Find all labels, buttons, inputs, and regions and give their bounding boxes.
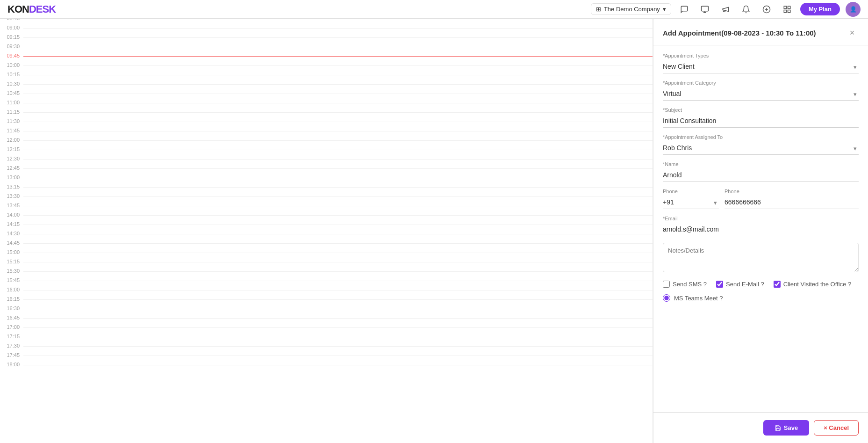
time-label: 14:45 [0, 240, 23, 246]
avatar[interactable]: 👤 [846, 2, 861, 17]
assigned-to-group: *Appointment Assigned To Rob Chris John … [663, 134, 859, 155]
save-button[interactable]: Save [763, 420, 809, 436]
navbar: KONDESK ⊞ The Demo Company ▾ My Plan 👤 [0, 0, 868, 19]
send-email-label: Send E-Mail ? [726, 281, 764, 288]
bell-icon-btn[interactable] [739, 2, 753, 17]
time-line [23, 94, 653, 94]
chevron-down-icon: ▾ [663, 6, 666, 13]
time-row: 14:00 [0, 215, 653, 225]
megaphone-icon-btn[interactable] [718, 2, 733, 17]
svg-rect-6 [784, 6, 786, 8]
time-line [23, 309, 653, 309]
send-sms-checkbox[interactable] [663, 281, 670, 288]
time-row: 13:45 [0, 206, 653, 215]
time-line [23, 271, 653, 272]
appointment-category-label: *Appointment Category [663, 80, 859, 86]
client-visited-checkbox[interactable] [774, 281, 781, 288]
time-line [23, 327, 653, 328]
timeline[interactable]: 08:4509:0009:1509:3009:4510:0010:1510:30… [0, 19, 653, 443]
client-visited-checkbox-item[interactable]: Client Visited the Office ? [774, 281, 852, 288]
name-group: *Name [663, 161, 859, 182]
email-input[interactable] [663, 223, 859, 236]
time-line [23, 225, 653, 225]
subject-input[interactable] [663, 114, 859, 128]
svg-rect-7 [788, 6, 790, 8]
time-row: 12:00 [0, 140, 653, 150]
phone-prefix-label: Phone [663, 189, 719, 194]
appt-footer: Save × Cancel [653, 412, 868, 443]
navbar-right: ⊞ The Demo Company ▾ My Plan 👤 [591, 2, 861, 17]
chat-icon-btn[interactable] [677, 2, 692, 17]
time-label: 16:30 [0, 306, 23, 311]
time-line [23, 243, 653, 244]
time-label: 10:30 [0, 81, 23, 87]
send-email-checkbox[interactable] [716, 281, 723, 288]
time-line [23, 47, 653, 47]
time-row: 15:15 [0, 262, 653, 271]
time-row: 14:15 [0, 225, 653, 234]
checkbox-row: Send SMS ? Send E-Mail ? Client Visited … [663, 281, 859, 288]
appointment-types-group: *Appointment Types New Client Existing C… [663, 53, 859, 73]
appointment-category-select[interactable]: Virtual In-Person Phone [663, 87, 859, 101]
time-label: 13:15 [0, 184, 23, 189]
cancel-button[interactable]: × Cancel [814, 420, 859, 436]
name-input[interactable] [663, 168, 859, 182]
email-label: *Email [663, 216, 859, 221]
time-row: 16:00 [0, 290, 653, 299]
time-line [23, 103, 653, 103]
close-button[interactable]: × [846, 26, 859, 39]
time-row: 13:00 [0, 178, 653, 187]
time-line [23, 262, 653, 262]
time-line [23, 84, 653, 85]
ms-teams-radio-row: MS Teams Meet ? [663, 294, 859, 302]
time-row: 09:30 [0, 47, 653, 56]
time-row: 18:00 [0, 365, 653, 374]
time-row: 12:30 [0, 159, 653, 168]
phone-number-input[interactable] [725, 196, 859, 209]
ms-teams-radio[interactable] [663, 294, 670, 302]
time-row: 13:15 [0, 187, 653, 196]
time-line [23, 168, 653, 169]
time-line [23, 112, 653, 113]
time-row: 10:30 [0, 84, 653, 94]
phone-prefix-select[interactable]: +91 +1 +44 +61 [663, 196, 719, 209]
notes-textarea[interactable] [663, 243, 859, 272]
time-line [23, 140, 653, 141]
time-line [23, 299, 653, 300]
ms-teams-label: MS Teams Meet ? [674, 295, 723, 302]
time-label: 12:15 [0, 147, 23, 152]
time-label: 15:00 [0, 250, 23, 255]
time-line [23, 253, 653, 253]
time-row: 10:45 [0, 94, 653, 103]
monitor-icon-btn[interactable] [697, 2, 712, 17]
time-line [23, 37, 653, 38]
time-line [23, 159, 653, 160]
save-icon [775, 425, 781, 431]
time-row: 16:30 [0, 309, 653, 318]
logo-kon: KON [7, 3, 29, 15]
time-label: 09:45 [0, 53, 23, 58]
time-label: 10:00 [0, 63, 23, 68]
company-selector[interactable]: ⊞ The Demo Company ▾ [591, 3, 671, 15]
time-line [23, 75, 653, 75]
plus-icon-btn[interactable] [759, 2, 774, 17]
time-line [23, 196, 653, 197]
send-email-checkbox-item[interactable]: Send E-Mail ? [716, 281, 764, 288]
time-label: 11:45 [0, 128, 23, 133]
phone-number-group: Phone [725, 189, 859, 209]
time-line [23, 150, 653, 150]
time-line [23, 56, 653, 57]
time-line [23, 234, 653, 234]
time-line [23, 187, 653, 188]
grid-icon-btn[interactable] [780, 2, 795, 17]
main-content: 08:4509:0009:1509:3009:4510:0010:1510:30… [0, 19, 868, 443]
send-sms-checkbox-item[interactable]: Send SMS ? [663, 281, 707, 288]
appointment-types-select[interactable]: New Client Existing Client Follow Up [663, 60, 859, 73]
assigned-to-select[interactable]: Rob Chris John Doe Jane Smith [663, 141, 859, 155]
time-row: 17:45 [0, 356, 653, 365]
time-row: 10:00 [0, 65, 653, 75]
time-line [23, 178, 653, 178]
time-label: 15:45 [0, 278, 23, 283]
appointment-category-group: *Appointment Category Virtual In-Person … [663, 80, 859, 101]
my-plan-button[interactable]: My Plan [800, 3, 840, 15]
